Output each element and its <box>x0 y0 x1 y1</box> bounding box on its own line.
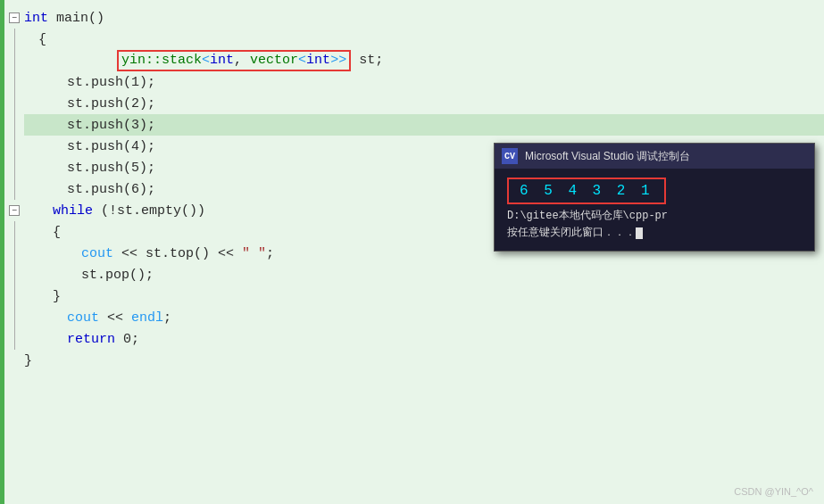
console-path: D:\gitee本地代码仓库\cpp-pr 按任意键关闭此窗口．．． <box>507 208 802 242</box>
console-title: Microsoft Visual Studio 调试控制台 <box>525 149 690 164</box>
marker-16 <box>4 328 24 350</box>
marker-15 <box>4 307 24 328</box>
console-window: CV Microsoft Visual Studio 调试控制台 6 5 4 3… <box>494 143 815 252</box>
marker-5 <box>4 93 24 114</box>
marker-1[interactable]: − <box>4 7 24 29</box>
marker-17 <box>4 350 24 371</box>
marker-14 <box>4 285 24 307</box>
marker-4 <box>4 71 24 93</box>
code-line-16: return 0; <box>24 328 824 350</box>
marker-6 <box>4 114 24 136</box>
console-body: 6 5 4 3 2 1 D:\gitee本地代码仓库\cpp-pr 按任意键关闭… <box>495 169 814 251</box>
code-editor[interactable]: int main() { yin::stack<int, vector<int>… <box>24 0 824 504</box>
left-markers: − − <box>4 0 24 504</box>
code-line-5: st.push(2); <box>24 93 824 114</box>
output-numbers: 6 5 4 3 2 1 <box>507 178 666 204</box>
code-line-4: st.push(1); <box>24 71 824 93</box>
code-line-17: } <box>24 350 824 371</box>
marker-7 <box>4 136 24 157</box>
console-path-line1: D:\gitee本地代码仓库\cpp-pr <box>507 208 802 225</box>
marker-10[interactable]: − <box>4 200 24 221</box>
marker-9 <box>4 178 24 200</box>
code-line-15: cout << endl; <box>24 307 824 328</box>
cursor <box>636 227 643 239</box>
output-box-wrapper: 6 5 4 3 2 1 <box>507 178 802 208</box>
watermark: CSDN @YIN_^O^ <box>734 486 813 497</box>
editor-window: − − int main() { yin::stac <box>0 0 824 504</box>
marker-3 <box>4 50 24 71</box>
console-titlebar: CV Microsoft Visual Studio 调试控制台 <box>495 144 814 169</box>
console-path-line2: 按任意键关闭此窗口．．． <box>507 225 802 242</box>
code-line-1: int main() <box>24 7 824 29</box>
marker-2 <box>4 29 24 50</box>
code-line-14: } <box>24 285 824 307</box>
yin-stack-box: yin::stack<int, vector<int>> <box>117 50 351 71</box>
marker-12 <box>4 243 24 264</box>
marker-8 <box>4 157 24 178</box>
code-line-3: yin::stack<int, vector<int>> st; <box>24 50 824 71</box>
func-name: main() <box>56 11 104 26</box>
keyword-int: int <box>24 11 56 26</box>
code-line-13: st.pop(); <box>24 264 824 285</box>
vs-icon: CV <box>502 148 518 164</box>
code-line-6: st.push(3); <box>24 114 824 136</box>
marker-13 <box>4 264 24 285</box>
marker-11 <box>4 221 24 243</box>
